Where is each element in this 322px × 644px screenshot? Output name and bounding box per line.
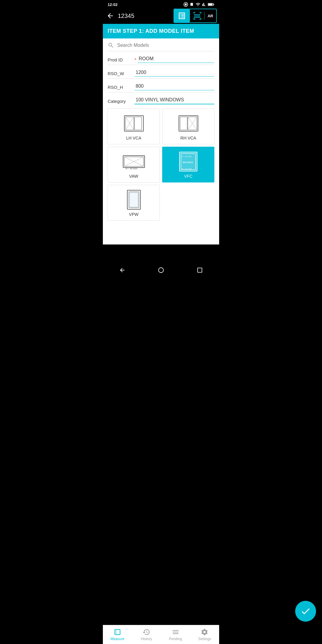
model-item-vpw[interactable]: VPW	[108, 185, 160, 221]
app-title: 12345	[115, 13, 174, 19]
svg-rect-29	[198, 268, 202, 272]
rh-vca-icon	[177, 113, 200, 134]
model-grid: LH VCA RH VCA	[108, 106, 214, 244]
vfc-label: VFC	[184, 174, 193, 179]
android-back-button[interactable]	[119, 267, 126, 274]
header-banner-text: ITEM STEP 1: ADD MODEL ITEM	[108, 28, 194, 34]
svg-rect-3	[213, 4, 214, 5]
svg-point-1	[185, 4, 187, 6]
back-arrow-icon	[106, 12, 114, 20]
measure-tool-button[interactable]	[174, 9, 190, 22]
svg-rect-7	[134, 117, 142, 130]
svg-point-28	[159, 267, 164, 273]
android-recents-icon	[196, 267, 203, 273]
category-label: Category	[108, 99, 134, 104]
rso-h-field: RSO_H	[108, 79, 214, 92]
rso-w-field: RSO_W	[108, 65, 214, 79]
svg-text:3/4 LEC3: 3/4 LEC3	[183, 161, 193, 164]
search-icon	[108, 42, 114, 49]
vfc-icon: H = 22.3750 W = 42.3750 3/4 LEC3	[177, 151, 200, 172]
svg-rect-26	[129, 192, 139, 208]
rso-h-label: RSO_H	[108, 85, 134, 90]
model-item-vfc[interactable]: H = 22.3750 W = 42.3750 3/4 LEC3 VFC	[162, 147, 214, 182]
status-icons	[183, 2, 214, 7]
required-indicator: *	[134, 58, 136, 63]
category-field: Category 100 VINYL WINDOWS	[108, 92, 214, 106]
search-bar	[108, 38, 214, 51]
lh-vca-label: LH VCA	[126, 136, 141, 140]
lh-vca-icon	[122, 113, 146, 134]
ar-tool-button[interactable]: AR	[204, 12, 216, 20]
tape-measure-icon	[178, 12, 186, 20]
status-bar: 12:02	[103, 0, 219, 8]
svg-text:W = 42.3750: W = 42.3750	[182, 168, 192, 170]
rso-w-label: RSO_W	[108, 71, 134, 77]
svg-text:W = 36.0000: W = 36.0000	[126, 168, 137, 170]
rso-w-input[interactable]	[134, 69, 214, 77]
back-button[interactable]	[105, 11, 115, 21]
ar-label: AR	[208, 14, 213, 18]
vaw-label: VAW	[129, 174, 138, 179]
prod-id-input[interactable]	[137, 55, 214, 63]
svg-text:H = 22.3750: H = 22.3750	[182, 156, 192, 157]
status-time: 12:02	[108, 2, 117, 7]
battery-icon	[208, 3, 214, 6]
toolbar-icons: AR	[174, 9, 217, 23]
category-value[interactable]: 100 VINYL WINDOWS	[134, 97, 214, 104]
wifi-icon	[195, 2, 201, 7]
rh-vca-label: RH VCA	[180, 136, 196, 140]
main-content: Prod ID * RSO_W RSO_H Category 100 VINYL…	[103, 38, 219, 244]
android-home-button[interactable]	[158, 267, 164, 274]
prod-id-field: Prod ID *	[108, 51, 214, 65]
scan-icon	[193, 12, 201, 20]
rso-h-input[interactable]	[134, 83, 214, 90]
prod-id-label: Prod ID	[108, 57, 134, 63]
header-banner: ITEM STEP 1: ADD MODEL ITEM	[103, 24, 219, 38]
signal-icon	[202, 2, 206, 7]
android-home-icon	[158, 267, 164, 273]
model-item-vaw[interactable]: W = 36.0000 VAW	[108, 147, 160, 182]
vpw-icon	[122, 189, 146, 210]
svg-rect-11	[180, 117, 187, 130]
model-item-rh-vca[interactable]: RH VCA	[162, 109, 214, 144]
svg-rect-4	[208, 4, 212, 5]
vpw-label: VPW	[129, 212, 139, 217]
scan-tool-button[interactable]	[190, 10, 204, 22]
android-back-icon	[119, 267, 126, 273]
android-recents-button[interactable]	[196, 267, 203, 274]
model-item-lh-vca[interactable]: LH VCA	[108, 109, 160, 144]
search-input[interactable]	[117, 43, 214, 48]
android-nav-bar	[103, 264, 219, 277]
top-bar: 12345 AR	[103, 8, 219, 24]
circle-icon	[183, 2, 188, 7]
bookmark-icon	[190, 2, 194, 7]
vaw-icon: W = 36.0000	[122, 151, 146, 172]
